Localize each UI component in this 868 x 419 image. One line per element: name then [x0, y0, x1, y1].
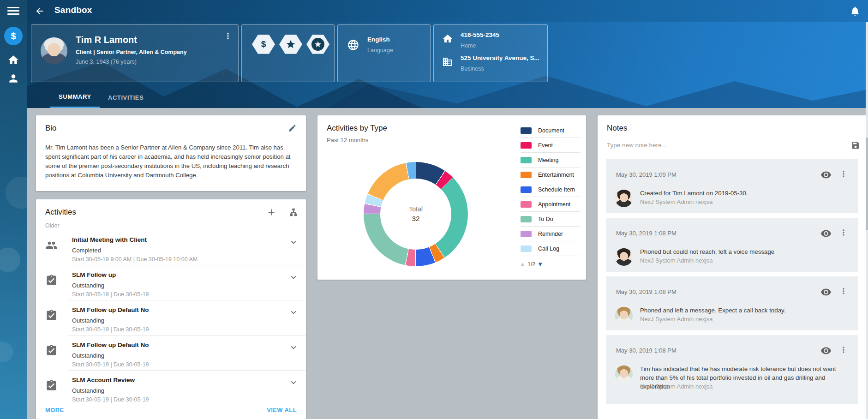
activity-row[interactable]: Initial Meeting with Client Completed St… — [36, 230, 306, 265]
language-value: English — [367, 36, 390, 43]
legend-row: Document — [521, 123, 581, 138]
menu-hamburger-icon[interactable] — [7, 7, 19, 15]
visibility-eye-icon[interactable] — [820, 169, 832, 180]
activities-title: Activities — [45, 208, 76, 217]
note-timestamp: May 30, 2019 1:08 PM — [616, 288, 676, 295]
note-item: May 30, 2019 1:08 PM Phoned but could no… — [606, 218, 858, 272]
vertical-scrollbar[interactable] — [866, 22, 868, 419]
chevron-down-icon[interactable] — [288, 272, 299, 282]
note-kebab-menu-icon[interactable] — [839, 169, 848, 179]
building-icon — [442, 56, 453, 67]
legend-label: Schedule Item — [538, 186, 575, 193]
back-arrow-icon[interactable] — [35, 6, 45, 16]
task-icon — [45, 379, 58, 392]
activity-row[interactable]: SLM Account Review Outstanding Start 30-… — [36, 370, 306, 405]
chevron-down-icon[interactable] — [288, 377, 299, 388]
profile-header-banner: Tim R Lamont Client | Senior Partner, Al… — [27, 22, 868, 108]
legend-label: To Do — [538, 216, 553, 222]
note-item: May 30, 2019 1:08 PM Tim has indicated t… — [606, 335, 858, 404]
chevron-down-icon[interactable] — [288, 342, 299, 353]
dollar-badge-icon[interactable]: $ — [252, 34, 275, 54]
language-card: English Language — [337, 24, 431, 82]
activity-row[interactable]: SLM Follow up Default No Outstanding Sta… — [36, 300, 306, 335]
chart-legend: Document Event Meeting Entertainment Sch… — [521, 123, 581, 260]
home-icon — [442, 33, 453, 44]
scrollbar-thumb[interactable] — [866, 138, 868, 230]
note-text: Phoned but could not reach; left a voice… — [640, 247, 843, 256]
visibility-eye-icon[interactable] — [820, 228, 832, 239]
legend-page-up-icon[interactable]: ▲ — [520, 261, 526, 268]
legend-swatch — [521, 245, 532, 252]
task-icon — [45, 274, 58, 287]
view-all-button[interactable]: VIEW ALL — [267, 407, 297, 413]
legend-swatch — [521, 157, 532, 163]
activity-title: SLM Follow up — [72, 271, 116, 278]
bio-card: Bio Mr. Tim Lamont has been a Senior Par… — [36, 115, 306, 191]
home-icon — [7, 54, 19, 66]
legend-row: Appointment — [521, 197, 581, 212]
legend-label: Call Log — [538, 245, 559, 252]
legend-label: Event — [538, 142, 553, 149]
language-label: Language — [367, 47, 393, 54]
note-kebab-menu-icon[interactable] — [839, 228, 848, 237]
edit-pencil-icon[interactable] — [288, 124, 297, 132]
more-button[interactable]: MORE — [45, 407, 64, 413]
badges-card: $ — [241, 24, 335, 82]
phone-label: Home — [461, 42, 476, 49]
contact-name: Tim R Lamont — [76, 35, 137, 45]
task-icon — [45, 344, 58, 357]
legend-label: Meeting — [538, 157, 558, 163]
sidebar-item-home[interactable] — [4, 51, 23, 69]
activity-status: Outstanding — [72, 282, 104, 289]
legend-row: Event — [521, 138, 581, 153]
sidebar-item-contacts[interactable] — [4, 69, 23, 88]
legend-label: Appointment — [538, 201, 570, 208]
task-icon — [45, 309, 58, 322]
add-activity-icon[interactable] — [266, 207, 276, 217]
activity-title: SLM Follow up Default No — [72, 341, 149, 348]
legend-swatch — [521, 201, 532, 208]
visibility-eye-icon[interactable] — [820, 287, 832, 298]
legend-page-down-icon[interactable]: ▼ — [537, 261, 543, 268]
star-badge-icon[interactable] — [279, 34, 302, 54]
new-note-input[interactable] — [607, 138, 844, 152]
activity-dates: Start 30-05-19 | Due 30-05-19 — [72, 326, 149, 333]
tab-summary[interactable]: SUMMARY — [50, 87, 100, 108]
activity-row[interactable]: SLM Follow up Outstanding Start 30-05-19… — [36, 265, 306, 300]
activity-status: Outstanding — [72, 317, 104, 324]
save-icon[interactable] — [851, 141, 860, 150]
chevron-down-icon[interactable] — [288, 237, 299, 247]
activity-row[interactable]: SLM Follow up Default No Outstanding Sta… — [36, 335, 306, 370]
note-author: NexJ System Admin nexjsa — [640, 316, 713, 323]
star-circle-badge-icon[interactable] — [306, 34, 329, 54]
activity-dates: Start 30-05-19 9:00 AM | Due 30-05-19 10… — [72, 256, 198, 263]
tab-activities[interactable]: ACTIVITIES — [100, 87, 152, 108]
note-timestamp: May 30, 2019 1:08 PM — [616, 347, 676, 354]
legend-swatch — [521, 186, 532, 193]
notifications-bell-icon[interactable] — [850, 6, 861, 17]
address-row[interactable]: 525 University Avenue, S... Business — [434, 54, 548, 78]
phone-row[interactable]: 416-555-2345 Home — [434, 30, 548, 54]
legend-label: Document — [538, 127, 564, 134]
legend-swatch — [521, 172, 532, 178]
legend-row: Note — [521, 256, 581, 260]
profile-kebab-menu-icon[interactable] — [223, 31, 233, 41]
legend-label: Entertainment — [538, 172, 574, 178]
bio-text: Mr. Tim Lamont has been a Senior Partner… — [45, 143, 299, 180]
note-kebab-menu-icon[interactable] — [839, 345, 848, 354]
donut-total-label: Total — [409, 205, 423, 213]
activities-group-label: Older — [45, 222, 60, 229]
sidebar-item-finance-dollar[interactable]: $ — [4, 27, 23, 45]
activities-by-type-card: Activities by Type Past 12 months Total … — [317, 115, 586, 280]
legend-page-count: 1/2 — [527, 261, 535, 268]
legend-swatch — [521, 127, 532, 134]
chevron-down-icon[interactable] — [288, 307, 299, 317]
legend-row: Meeting — [521, 153, 581, 168]
legend-row: Entertainment — [521, 168, 581, 182]
visibility-eye-icon[interactable] — [820, 345, 832, 356]
page-title: Sandbox — [54, 5, 92, 15]
legend-swatch — [521, 216, 532, 222]
note-kebab-menu-icon[interactable] — [839, 287, 848, 296]
legend-row: Reminder — [521, 227, 581, 241]
hierarchy-icon[interactable] — [288, 207, 299, 217]
